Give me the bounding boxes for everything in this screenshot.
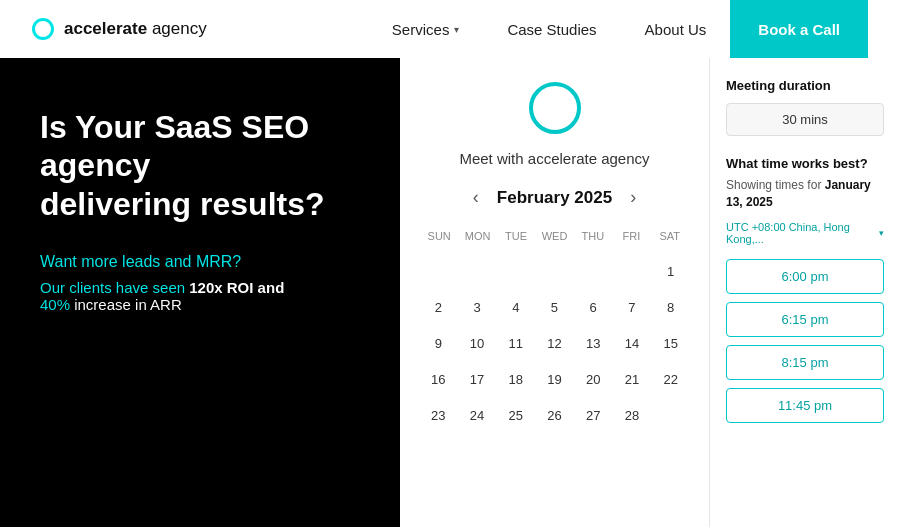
calendar-day[interactable]: 27 bbox=[577, 399, 609, 431]
calendar-day[interactable]: 5 bbox=[538, 291, 570, 323]
calendar-day bbox=[538, 255, 570, 287]
time-slot-button[interactable]: 6:15 pm bbox=[726, 302, 884, 337]
booking-panel: Meet with accelerate agency ‹ February 2… bbox=[400, 58, 900, 527]
calendar-day[interactable]: 18 bbox=[500, 363, 532, 395]
calendar-month: February 2025 bbox=[497, 188, 612, 208]
calendar-day[interactable]: 13 bbox=[577, 327, 609, 359]
clients-text: Our clients have seen 120x ROI and 40% i… bbox=[40, 279, 360, 313]
sub-text: Want more leads and MRR? bbox=[40, 253, 360, 271]
calendar-day[interactable]: 16 bbox=[422, 363, 454, 395]
next-month-button[interactable]: › bbox=[624, 185, 642, 210]
timezone-caret-icon: ▾ bbox=[879, 228, 884, 238]
calendar-body: 1234567891011121314151617181920212223242… bbox=[420, 254, 689, 432]
nav-links: Services ▾ Case Studies About Us Book a … bbox=[368, 0, 868, 58]
calendar-day[interactable]: 8 bbox=[655, 291, 687, 323]
calendar-day bbox=[616, 255, 648, 287]
calendar-day[interactable]: 9 bbox=[422, 327, 454, 359]
calendar-day[interactable]: 26 bbox=[538, 399, 570, 431]
logo-icon bbox=[32, 18, 54, 40]
nav-case-studies[interactable]: Case Studies bbox=[483, 0, 620, 58]
calendar-day[interactable]: 4 bbox=[500, 291, 532, 323]
calendar-day[interactable]: 11 bbox=[500, 327, 532, 359]
calendar-day[interactable]: 12 bbox=[538, 327, 570, 359]
calendar-day bbox=[655, 399, 687, 431]
hero-title: Is Your SaaS SEO agency delivering resul… bbox=[40, 108, 360, 223]
calendar-day[interactable]: 24 bbox=[461, 399, 493, 431]
calendar-day[interactable]: 15 bbox=[655, 327, 687, 359]
calendar-day[interactable]: 28 bbox=[616, 399, 648, 431]
calendar-header: SUN MON TUE WED THU FRI SAT bbox=[420, 226, 689, 246]
calendar-day[interactable]: 22 bbox=[655, 363, 687, 395]
calendar-day[interactable]: 1 bbox=[655, 255, 687, 287]
logo: accelerate agency bbox=[32, 18, 207, 40]
chevron-down-icon: ▾ bbox=[454, 24, 459, 35]
calendar-day[interactable]: 19 bbox=[538, 363, 570, 395]
calendar-day[interactable]: 7 bbox=[616, 291, 648, 323]
calendar-day[interactable]: 2 bbox=[422, 291, 454, 323]
showing-times: Showing times for January 13, 2025 bbox=[726, 177, 884, 211]
meeting-sidebar: Meeting duration 30 mins What time works… bbox=[710, 58, 900, 527]
timezone-select[interactable]: UTC +08:00 China, Hong Kong,... ▾ bbox=[726, 221, 884, 245]
calendar-day bbox=[577, 255, 609, 287]
navbar: accelerate agency Services ▾ Case Studie… bbox=[0, 0, 900, 58]
main-content: Is Your SaaS SEO agency delivering resul… bbox=[0, 58, 900, 527]
time-slots-container: 6:00 pm6:15 pm8:15 pm11:45 pm bbox=[726, 259, 884, 423]
book-call-button[interactable]: Book a Call bbox=[730, 0, 868, 58]
prev-month-button[interactable]: ‹ bbox=[467, 185, 485, 210]
calendar-day[interactable]: 14 bbox=[616, 327, 648, 359]
calendar-nav: ‹ February 2025 › bbox=[467, 185, 642, 210]
hero-panel: Is Your SaaS SEO agency delivering resul… bbox=[0, 58, 400, 527]
time-slot-button[interactable]: 6:00 pm bbox=[726, 259, 884, 294]
calendar-day[interactable]: 3 bbox=[461, 291, 493, 323]
time-works-label: What time works best? bbox=[726, 156, 884, 171]
calendar-day bbox=[461, 255, 493, 287]
time-slot-button[interactable]: 11:45 pm bbox=[726, 388, 884, 423]
cal-logo-icon bbox=[529, 82, 581, 134]
calendar-day[interactable]: 21 bbox=[616, 363, 648, 395]
meeting-duration-label: Meeting duration bbox=[726, 78, 884, 93]
nav-about-us[interactable]: About Us bbox=[621, 0, 731, 58]
time-slot-button[interactable]: 8:15 pm bbox=[726, 345, 884, 380]
calendar-day bbox=[422, 255, 454, 287]
meet-text: Meet with accelerate agency bbox=[459, 148, 649, 169]
calendar-day bbox=[500, 255, 532, 287]
calendar-day[interactable]: 23 bbox=[422, 399, 454, 431]
calendar-day[interactable]: 6 bbox=[577, 291, 609, 323]
duration-button[interactable]: 30 mins bbox=[726, 103, 884, 136]
logo-text: accelerate agency bbox=[64, 19, 207, 39]
calendar-section: Meet with accelerate agency ‹ February 2… bbox=[400, 58, 710, 527]
calendar-day[interactable]: 25 bbox=[500, 399, 532, 431]
calendar-grid: SUN MON TUE WED THU FRI SAT 123456789101… bbox=[420, 226, 689, 432]
calendar-day[interactable]: 20 bbox=[577, 363, 609, 395]
nav-services[interactable]: Services ▾ bbox=[368, 0, 484, 58]
calendar-day[interactable]: 10 bbox=[461, 327, 493, 359]
calendar-day[interactable]: 17 bbox=[461, 363, 493, 395]
